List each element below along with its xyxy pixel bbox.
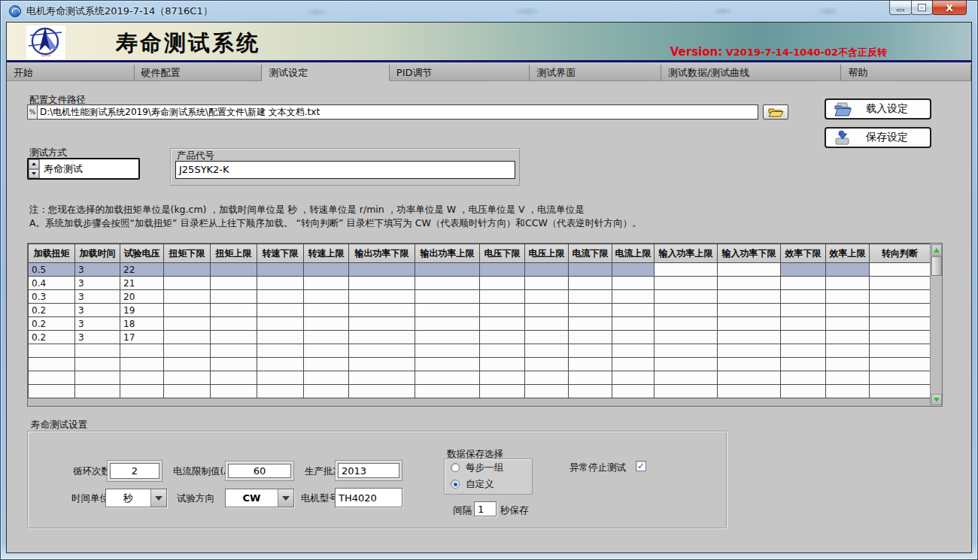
table-cell[interactable] [870,385,931,398]
table-cell[interactable] [718,331,781,344]
table-cell[interactable] [304,344,349,358]
table-cell[interactable] [349,371,415,385]
table-cell[interactable] [781,331,826,344]
table-cell[interactable] [304,263,349,277]
table-cell[interactable] [415,317,480,331]
table-cell[interactable] [415,385,480,398]
table-cell[interactable]: 0.3 [29,290,75,304]
table-cell[interactable] [826,263,870,277]
table-cell[interactable] [525,358,569,371]
table-cell[interactable] [480,371,525,385]
table-cell[interactable] [415,263,480,277]
table-cell[interactable] [612,317,655,331]
browse-folder-button[interactable] [763,104,788,120]
scrollbar-thumb[interactable] [931,256,942,276]
table-cell[interactable] [718,263,781,277]
table-cell[interactable] [257,358,304,371]
table-cell[interactable] [569,331,612,344]
table-cell[interactable] [655,290,718,304]
tab-item-5[interactable]: 测试界面 [530,65,661,81]
table-cell[interactable] [612,263,655,277]
table-cell[interactable] [349,358,415,371]
table-cell[interactable] [164,317,211,331]
table-cell[interactable] [612,358,655,371]
table-cell[interactable] [525,317,569,331]
table-cell[interactable] [480,277,525,290]
close-button[interactable]: X [932,1,967,15]
table-cell[interactable]: 3 [75,277,120,290]
table-cell[interactable] [164,304,211,317]
table-cell[interactable] [304,358,349,371]
table-cell[interactable]: 0.5 [29,263,75,277]
product-code-input[interactable]: J25SYK2-K [175,161,515,179]
table-cell[interactable] [349,317,415,331]
table-cell[interactable] [826,344,870,358]
table-cell[interactable] [569,290,612,304]
spinner-down-button[interactable] [29,169,39,179]
table-cell[interactable] [826,290,870,304]
table-cell[interactable] [612,331,655,344]
table-cell[interactable] [415,277,480,290]
table-cell[interactable] [718,358,781,371]
tab-item-3[interactable]: 测试设定 [262,65,390,81]
table-cell[interactable] [211,263,257,277]
table-cell[interactable] [304,385,349,398]
table-cell[interactable] [164,331,211,344]
table-cell[interactable] [75,385,120,398]
table-cell[interactable] [257,290,304,304]
table-cell[interactable] [257,344,304,358]
table-cell[interactable] [870,371,931,385]
table-cell[interactable]: 3 [75,317,120,331]
table-cell[interactable] [304,290,349,304]
table-cell[interactable] [870,304,931,317]
table-cell[interactable] [870,290,931,304]
table-cell[interactable] [164,371,211,385]
table-cell[interactable] [120,344,164,358]
table-cell[interactable] [480,385,525,398]
table-cell[interactable] [164,277,211,290]
table-cell[interactable] [781,304,826,317]
table-cell[interactable] [525,263,569,277]
table-cell[interactable] [304,277,349,290]
maximize-button[interactable] [911,1,933,15]
table-cell[interactable] [718,385,781,398]
table-cell[interactable] [781,385,826,398]
tab-item-6[interactable]: 测试数据/测试曲线 [661,65,841,81]
table-cell[interactable] [525,290,569,304]
table-cell[interactable] [415,371,480,385]
table-cell[interactable] [870,344,931,358]
table-cell[interactable] [480,263,525,277]
table-cell[interactable]: 0.2 [29,331,75,344]
minimize-button[interactable] [889,1,912,15]
table-cell[interactable] [349,290,415,304]
table-cell[interactable] [612,304,655,317]
table-cell[interactable] [870,263,931,277]
table-cell[interactable] [612,371,655,385]
table-cell[interactable]: 19 [120,304,164,317]
table-cell[interactable] [569,344,612,358]
table-cell[interactable] [415,331,480,344]
table-cell[interactable] [781,290,826,304]
cycle-count-input[interactable]: 2 [110,463,159,479]
table-cell[interactable] [569,385,612,398]
table-cell[interactable] [257,331,304,344]
table-cell[interactable] [781,358,826,371]
table-cell[interactable]: 0.2 [29,304,75,317]
table-cell[interactable] [304,331,349,344]
title-bar[interactable]: 电机寿命测试系统2019-7-14（8716C1） X [1,1,977,22]
table-cell[interactable] [257,385,304,398]
table-cell[interactable] [655,263,718,277]
table-cell[interactable] [304,304,349,317]
tab-item-4[interactable]: PID调节 [390,65,530,81]
table-cell[interactable] [480,344,525,358]
table-cell[interactable] [29,344,75,358]
table-cell[interactable] [525,331,569,344]
table-cell[interactable] [164,358,211,371]
table-cell[interactable] [211,304,257,317]
table-cell[interactable] [211,344,257,358]
table-cell[interactable]: 3 [75,304,120,317]
radio-option-per-step[interactable]: 每步一组 [445,459,532,476]
table-cell[interactable] [655,317,718,331]
table-cell[interactable]: 3 [75,263,120,277]
test-mode-ring[interactable]: 寿命测试 [27,158,140,180]
